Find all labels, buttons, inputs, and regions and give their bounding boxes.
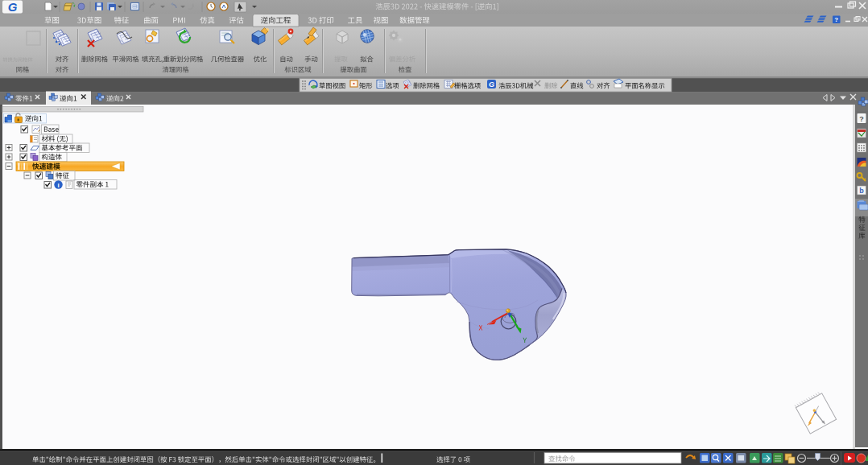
svg-text:G: G: [489, 80, 494, 88]
svg-text:?: ?: [834, 16, 838, 23]
svg-text:b: b: [859, 187, 864, 195]
svg-text:G: G: [8, 0, 18, 14]
svg-text:i: i: [57, 182, 59, 189]
svg-text:?: ?: [859, 115, 864, 123]
